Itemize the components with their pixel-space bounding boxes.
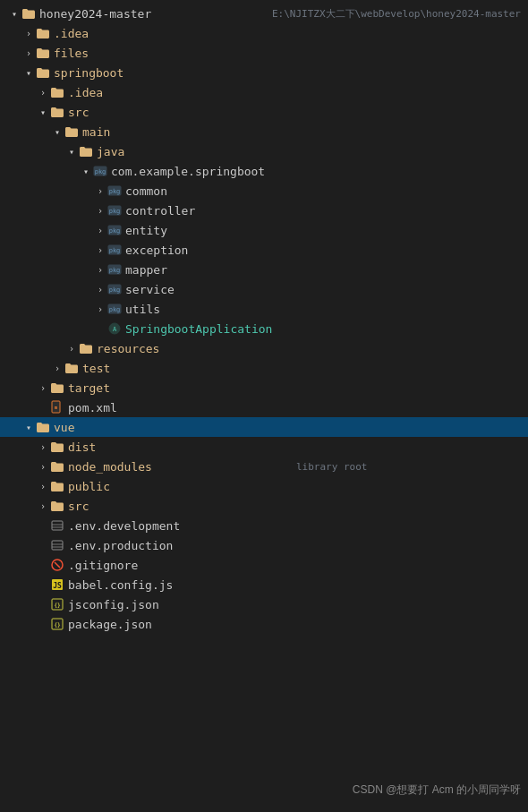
tree-item-src[interactable]: src	[0, 102, 528, 122]
tree-item-service[interactable]: pkg service	[0, 279, 528, 299]
tree-item-dist[interactable]: dist	[0, 437, 528, 457]
tree-item-target[interactable]: target	[0, 378, 528, 397]
label-env-prod: .env.production	[68, 539, 521, 552]
label-target: target	[68, 381, 521, 395]
label-springboot: springboot	[54, 66, 521, 80]
tree-item-pom-xml[interactable]: m pom.xml	[0, 397, 528, 417]
icon-dist	[50, 440, 68, 455]
arrow-mapper	[93, 265, 107, 275]
icon-test	[64, 361, 82, 376]
arrow-root	[7, 9, 21, 19]
icon-target	[50, 380, 68, 396]
label-root: honey2024-master	[39, 7, 265, 21]
arrow-exception	[93, 245, 107, 255]
tree-item-controller[interactable]: pkg controller	[0, 201, 528, 220]
svg-rect-23	[52, 541, 63, 550]
tree-item-env-prod[interactable]: .env.production	[0, 535, 528, 555]
label-utils: utils	[125, 303, 521, 316]
tree-item-exception[interactable]: pkg exception	[0, 240, 528, 260]
svg-text:pkg: pkg	[109, 227, 121, 235]
tree-item-common[interactable]: pkg common	[0, 181, 528, 201]
tree-item-node_modules[interactable]: node_moduleslibrary root	[0, 457, 528, 476]
tree-item-root[interactable]: honey2024-masterE:\NJITZX大二下\webDevelop\…	[0, 4, 528, 23]
icon-root	[21, 6, 39, 21]
svg-line-27	[55, 562, 60, 568]
icon-src	[50, 105, 68, 120]
label-idea-sb: .idea	[68, 86, 521, 99]
label-entity: entity	[125, 224, 521, 237]
tree-item-files[interactable]: files	[0, 43, 528, 63]
arrow-idea-sb	[36, 88, 50, 98]
tree-item-public[interactable]: public	[0, 476, 528, 496]
icon-public	[50, 479, 68, 494]
icon-idea-sb	[50, 85, 68, 100]
label-resources: resources	[97, 342, 521, 355]
label-env-dev: .env.development	[68, 519, 521, 533]
svg-text:pkg: pkg	[109, 188, 121, 195]
tree-item-SpringbootApplication[interactable]: A SpringbootApplication	[0, 319, 528, 338]
tree-item-idea-sb[interactable]: .idea	[0, 82, 528, 102]
icon-springboot	[36, 65, 54, 81]
label-src: src	[68, 106, 521, 119]
arrow-vue	[21, 423, 36, 432]
icon-src-vue	[50, 499, 68, 514]
icon-mapper: pkg	[107, 262, 125, 278]
label-node_modules: node_modules	[68, 460, 293, 474]
arrow-src-vue	[36, 501, 50, 511]
icon-env-prod	[50, 538, 68, 553]
svg-text:pkg: pkg	[109, 267, 121, 274]
label-java: java	[97, 145, 521, 158]
arrow-public	[36, 482, 50, 491]
arrow-node_modules	[36, 462, 50, 472]
icon-files	[36, 46, 54, 61]
label-idea-root: .idea	[54, 27, 521, 40]
arrow-dist	[36, 442, 50, 452]
tree-item-babel-config[interactable]: JS babel.config.js	[0, 575, 528, 594]
icon-node_modules	[50, 459, 68, 474]
arrow-controller	[93, 206, 107, 216]
tree-item-java[interactable]: java	[0, 141, 528, 161]
arrow-resources	[64, 344, 79, 354]
tree-item-env-dev[interactable]: .env.development	[0, 516, 528, 535]
svg-text:pkg: pkg	[109, 286, 121, 294]
icon-controller: pkg	[107, 203, 125, 218]
tree-item-vue[interactable]: vue	[0, 417, 528, 437]
label-test: test	[82, 362, 521, 375]
label-gitignore: .gitignore	[68, 559, 521, 572]
label-exception: exception	[125, 244, 521, 257]
tree-item-entity[interactable]: pkg entity	[0, 220, 528, 240]
tree-item-springboot[interactable]: springboot	[0, 63, 528, 82]
arrow-idea-root	[21, 29, 36, 38]
tree-item-main[interactable]: main	[0, 122, 528, 141]
icon-utils: pkg	[107, 302, 125, 317]
watermark: CSDN @想要打 Acm 的小周同学呀	[353, 782, 521, 798]
tree-item-gitignore[interactable]: .gitignore	[0, 555, 528, 575]
label-mapper: mapper	[125, 263, 521, 277]
tree-item-com-example[interactable]: pkg com.example.springboot	[0, 161, 528, 181]
hint-node_modules: library root	[296, 461, 521, 473]
label-pom-xml: pom.xml	[68, 401, 521, 415]
tree-item-utils[interactable]: pkg utils	[0, 299, 528, 319]
svg-text:pkg: pkg	[95, 168, 106, 175]
tree-item-package-json[interactable]: {} package.json	[0, 614, 528, 634]
icon-pom-xml: m	[50, 400, 68, 415]
label-package-json: package.json	[68, 618, 521, 631]
icon-jsconfig: {}	[50, 597, 68, 612]
label-vue: vue	[54, 421, 521, 434]
arrow-test	[50, 363, 64, 373]
tree-item-test[interactable]: test	[0, 358, 528, 378]
arrow-com-example	[79, 167, 93, 176]
arrow-files	[21, 48, 36, 58]
tree-item-idea-root[interactable]: .idea	[0, 23, 528, 43]
icon-babel-config: JS	[50, 577, 68, 593]
file-tree[interactable]: honey2024-masterE:\NJITZX大二下\webDevelop\…	[0, 0, 528, 812]
tree-item-src-vue[interactable]: src	[0, 496, 528, 516]
icon-env-dev	[50, 518, 68, 534]
tree-item-resources[interactable]: resources	[0, 338, 528, 358]
tree-item-jsconfig[interactable]: {} jsconfig.json	[0, 594, 528, 614]
arrow-target	[36, 383, 50, 393]
label-service: service	[125, 283, 521, 296]
icon-service: pkg	[107, 282, 125, 297]
label-controller: controller	[125, 204, 521, 218]
tree-item-mapper[interactable]: pkg mapper	[0, 260, 528, 279]
